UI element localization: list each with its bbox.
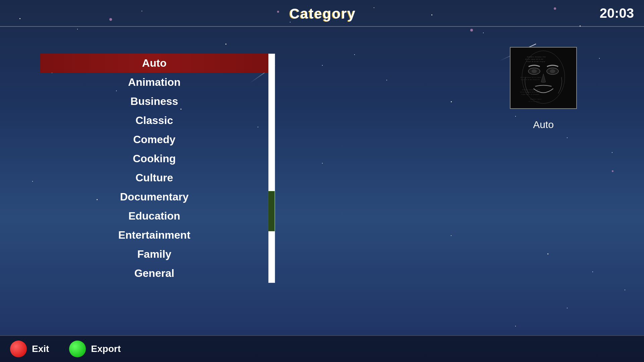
svg-point-7 bbox=[532, 69, 537, 73]
category-list: AutoAnimationBusinessClassicComedyCookin… bbox=[40, 54, 268, 283]
header-title: Category bbox=[289, 6, 356, 22]
svg-point-8 bbox=[550, 69, 555, 73]
svg-text:Anonymous Anonymous Legion: Anonymous Anonymous Legion bbox=[522, 89, 540, 90]
svg-text:We Are Anonymous We Do Not: We Are Anonymous We Do Not bbox=[520, 92, 538, 93]
category-list-container: AutoAnimationBusinessClassicComedyCookin… bbox=[40, 54, 275, 283]
category-item-documentary[interactable]: Documentary bbox=[40, 187, 268, 206]
header: Category Category 20:03 bbox=[0, 0, 644, 27]
category-item-culture[interactable]: Culture bbox=[40, 168, 268, 187]
preview-image: Anonymous Anonymous Anon We Are Legion W… bbox=[510, 47, 577, 109]
svg-text:We Are Anonymous We Are Legion: We Are Anonymous We Are Legion bbox=[520, 77, 541, 78]
svg-text:We Are Anonymous: We Are Anonymous bbox=[529, 101, 540, 102]
category-item-business[interactable]: Business bbox=[40, 92, 268, 111]
export-label: Export bbox=[91, 344, 121, 354]
category-item-auto[interactable]: Auto bbox=[40, 54, 268, 73]
category-item-entertainment[interactable]: Entertainment bbox=[40, 226, 268, 245]
svg-text:Forget Expect Us Anonymous: Forget Expect Us Anonymous bbox=[521, 94, 539, 95]
svg-text:Anonymous Anonymous Anon: Anonymous Anonymous Anon bbox=[527, 56, 546, 58]
export-button[interactable]: Export bbox=[69, 341, 121, 357]
category-item-classic[interactable]: Classic bbox=[40, 111, 268, 130]
preview-panel: Anonymous Anonymous Anon We Are Legion W… bbox=[510, 47, 577, 130]
category-item-education[interactable]: Education bbox=[40, 206, 268, 226]
category-item-animation[interactable]: Animation bbox=[40, 73, 268, 92]
svg-text:Anonymous Legion: Anonymous Legion bbox=[530, 99, 541, 100]
clock: 20:03 bbox=[600, 6, 634, 21]
category-item-comedy[interactable]: Comedy bbox=[40, 130, 268, 149]
export-icon bbox=[69, 341, 86, 357]
svg-text:Expect Us Do Not Forgive Us: Expect Us Do Not Forgive Us bbox=[521, 79, 540, 80]
category-item-family[interactable]: Family bbox=[40, 245, 268, 264]
preview-label: Auto bbox=[533, 119, 554, 130]
main-content: AutoAnimationBusinessClassicComedyCookin… bbox=[0, 27, 644, 335]
exit-label: Exit bbox=[32, 344, 49, 354]
category-item-cooking[interactable]: Cooking bbox=[40, 149, 268, 168]
scrollbar-track[interactable] bbox=[268, 54, 275, 283]
scrollbar-thumb[interactable] bbox=[268, 191, 275, 231]
svg-text:Forget We Do Not Forgive: Forget We Do Not Forgive bbox=[526, 61, 545, 62]
svg-text:We Are Legion We Do Not: We Are Legion We Do Not bbox=[525, 58, 543, 60]
exit-icon bbox=[10, 341, 27, 357]
bottom-bar: Exit Export bbox=[0, 335, 644, 362]
category-item-general[interactable]: General bbox=[40, 264, 268, 283]
exit-button[interactable]: Exit bbox=[10, 341, 49, 357]
mask-svg: Anonymous Anonymous Anon We Are Legion W… bbox=[511, 47, 576, 109]
